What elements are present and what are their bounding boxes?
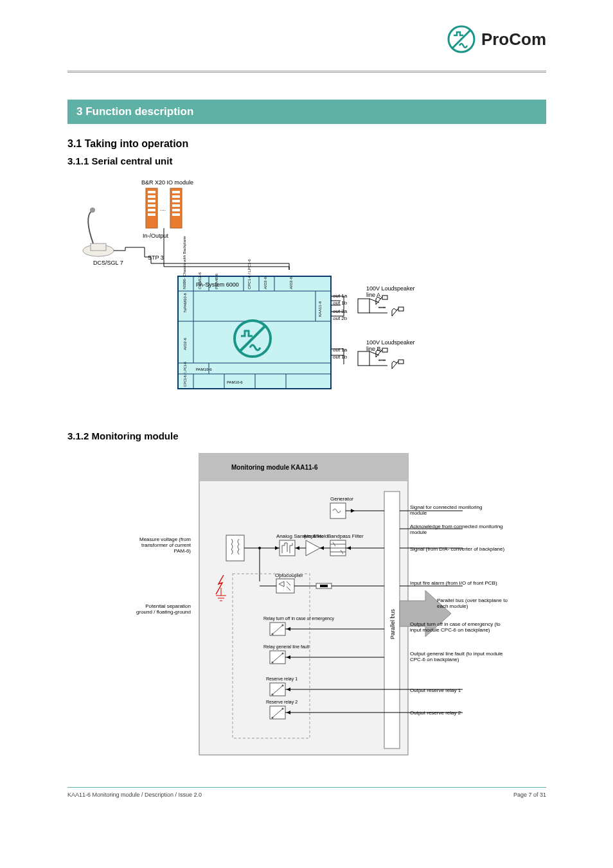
svg-text:....: .... bbox=[160, 206, 166, 212]
svg-text:AIO2-6: AIO2-6 bbox=[263, 276, 267, 289]
subheading-3-1: 3.1 Taking into operation bbox=[67, 138, 188, 150]
label-da: Signal (from D/A- converter of backplane… bbox=[410, 546, 506, 552]
svg-text:NSB6- Chassis with Backplane: NSB6- Chassis with Backplane bbox=[182, 236, 186, 289]
svg-text:.....: ..... bbox=[378, 356, 386, 362]
svg-text:CPC1-6 / LPC1-6: CPC1-6 / LPC1-6 bbox=[247, 259, 251, 289]
svg-text:AIO2-6: AIO2-6 bbox=[183, 337, 187, 350]
label-voltage: Measure voltage (from transformer of cur… bbox=[132, 536, 191, 554]
footer-divider bbox=[67, 787, 546, 788]
svg-point-131 bbox=[272, 633, 274, 635]
label-bus-note: Parallel bus (over backplane to each mod… bbox=[437, 598, 508, 609]
svg-rect-86 bbox=[330, 503, 346, 518]
svg-text:.....: ..... bbox=[378, 303, 386, 309]
footer-left: KAA11-6 Monitoring module / Description … bbox=[67, 792, 202, 798]
svg-rect-7 bbox=[148, 204, 155, 207]
svg-rect-69 bbox=[398, 307, 404, 311]
svg-text:KAA11-6: KAA11-6 bbox=[318, 301, 322, 317]
svg-rect-5 bbox=[148, 195, 155, 198]
svg-text:PAM10-6: PAM10-6 bbox=[196, 368, 212, 371]
label-io-module: B&R X20 IO module bbox=[141, 180, 193, 186]
svg-rect-14 bbox=[172, 209, 180, 211]
label-fire-in: Input fire alarm (from I/O of front PCB) bbox=[410, 580, 503, 586]
svg-point-153 bbox=[282, 708, 284, 710]
diagram-monitoring-module: Measure voltage (from transformer of cur… bbox=[193, 453, 501, 768]
label-pot-sep: Potential separation ground / floating-g… bbox=[132, 603, 191, 615]
svg-rect-4 bbox=[148, 191, 155, 193]
svg-point-19 bbox=[90, 208, 95, 213]
svg-point-152 bbox=[272, 717, 274, 719]
label-stp3: STP 3 bbox=[148, 255, 164, 261]
svg-rect-8 bbox=[148, 209, 155, 211]
svg-rect-65 bbox=[358, 299, 369, 313]
svg-text:PSA48-6: PSA48-6 bbox=[215, 273, 218, 289]
label-res2: Output reserve relay 2 bbox=[410, 710, 487, 716]
label-io: In-/Output bbox=[143, 233, 168, 240]
label-ack-mon: Acknowledge from connected monitoring mo… bbox=[410, 524, 503, 535]
svg-text:Bandpass Filter: Bandpass Filter bbox=[328, 533, 364, 539]
svg-text:Reserve relay 1: Reserve relay 1 bbox=[266, 677, 298, 682]
svg-text:Amplifier: Amplifier bbox=[303, 533, 323, 539]
svg-point-145 bbox=[272, 694, 274, 696]
svg-text:Generator: Generator bbox=[330, 496, 353, 502]
footer-right: Page 7 of 31 bbox=[513, 792, 546, 798]
svg-rect-81 bbox=[199, 453, 408, 755]
procom-icon bbox=[447, 24, 476, 54]
subheading-3-1-1: 3.1.1 Serial central unit bbox=[67, 155, 172, 166]
svg-text:out 1b: out 1b bbox=[333, 354, 348, 360]
logo-text: ProCom bbox=[481, 30, 546, 49]
label-turnoff: Output turn off in case of emergency (to… bbox=[410, 621, 508, 633]
svg-rect-9 bbox=[148, 213, 155, 216]
logo: ProCom bbox=[447, 24, 546, 54]
svg-text:Relay general line fault: Relay general line fault bbox=[263, 644, 309, 650]
svg-text:7xPAM10-6: 7xPAM10-6 bbox=[183, 292, 187, 313]
svg-text:Reserve relay 2: Reserve relay 2 bbox=[266, 700, 298, 705]
label-res1: Output reserve relay 1 bbox=[410, 687, 487, 693]
svg-point-132 bbox=[282, 624, 284, 626]
label-mic: DCS/SGL 7 bbox=[93, 260, 123, 267]
svg-rect-118 bbox=[276, 579, 294, 593]
label-line-b: 100V Loudspeaker line B bbox=[366, 340, 423, 353]
svg-text:Parallel bus: Parallel bus bbox=[389, 608, 396, 639]
subheading-3-1-2: 3.1.2 Monitoring module bbox=[67, 430, 179, 441]
svg-text:CSW12-6: CSW12-6 bbox=[198, 272, 202, 289]
svg-text:PAM10-6: PAM10-6 bbox=[227, 380, 243, 384]
svg-line-1 bbox=[452, 30, 471, 49]
label-signal-mon: Signal for connected monitoring module bbox=[410, 504, 500, 516]
svg-rect-13 bbox=[172, 204, 180, 207]
svg-rect-12 bbox=[172, 200, 180, 202]
microphone-icon bbox=[83, 208, 114, 256]
svg-rect-11 bbox=[172, 195, 180, 198]
svg-rect-10 bbox=[172, 191, 180, 193]
svg-point-146 bbox=[282, 685, 284, 687]
svg-rect-2 bbox=[146, 188, 157, 228]
svg-text:Optocoupler: Optocoupler bbox=[275, 572, 303, 578]
svg-text:CPC1-6 / LPC1-6: CPC1-6 / LPC1-6 bbox=[183, 362, 187, 387]
header-divider bbox=[67, 71, 546, 75]
page-footer: KAA11-6 Monitoring module / Description … bbox=[67, 792, 546, 798]
label-linefault: Output general line fault (to input modu… bbox=[410, 651, 506, 662]
label-line-a: 100V Loudspeaker line A bbox=[366, 286, 423, 299]
svg-rect-74 bbox=[358, 351, 369, 366]
svg-rect-3 bbox=[170, 188, 182, 228]
svg-text:out 1a: out 1a bbox=[333, 347, 348, 353]
svg-point-138 bbox=[272, 662, 274, 664]
svg-rect-20 bbox=[178, 276, 331, 389]
svg-rect-6 bbox=[148, 200, 155, 202]
svg-rect-126 bbox=[320, 585, 328, 587]
diagram-serial-central-unit: DCS/SGL 7 B&R X20 IO module In-/Output S… bbox=[67, 177, 427, 414]
svg-text:AIO2-6: AIO2-6 bbox=[289, 276, 293, 289]
svg-rect-18 bbox=[91, 244, 106, 251]
svg-rect-15 bbox=[172, 213, 180, 216]
section-heading: 3 Function description bbox=[67, 100, 546, 124]
svg-rect-78 bbox=[398, 360, 404, 364]
svg-text:Relay turn off in case of emer: Relay turn off in case of emergency bbox=[263, 616, 334, 621]
svg-point-139 bbox=[282, 653, 284, 655]
svg-text:Monitoring module KAA11-6: Monitoring module KAA11-6 bbox=[231, 464, 318, 471]
svg-rect-108 bbox=[226, 535, 244, 561]
